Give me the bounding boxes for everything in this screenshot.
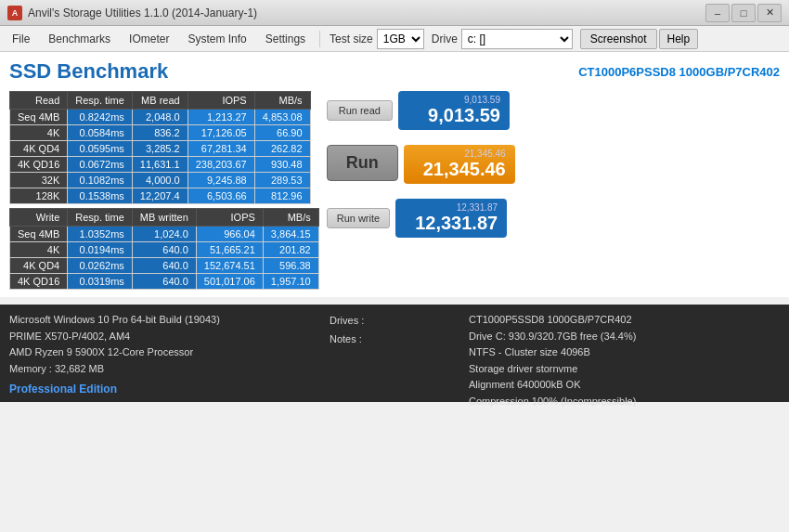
drives-label: Drives : (330, 312, 459, 331)
table-row: 4K QD16 0.0319ms 640.0 501,017.06 1,957.… (10, 274, 319, 290)
benchmark-drive-label: CT1000P6PSSD8 1000GB/P7CR402 (578, 65, 780, 79)
notes-section: Drives : Notes : (330, 312, 459, 395)
table-row: 4K 0.0194ms 640.0 51,665.21 201.82 (10, 242, 319, 258)
col-iops-w: IOPS (196, 209, 263, 227)
row-label: 4K QD16 (10, 157, 68, 173)
run-main-group: Run 21,345.46 21,345.46 (327, 145, 515, 184)
cell-iops: 67,281.34 (188, 141, 254, 157)
drive-compression: Compression 100% (Incompressible) (469, 394, 780, 410)
title-bar: A Anvil's Storage Utilities 1.1.0 (2014-… (0, 0, 789, 26)
menu-file[interactable]: File (4, 29, 38, 49)
cell-mb: 640.0 (132, 258, 196, 274)
cell-iops: 966.04 (196, 227, 263, 242)
cell-iops: 1,213.27 (188, 110, 254, 125)
title-bar-text: Anvil's Storage Utilities 1.1.0 (2014-Ja… (28, 6, 705, 19)
row-label: Seq 4MB (10, 110, 68, 125)
row-label: 4K (10, 242, 68, 258)
row-label: 4K QD4 (10, 258, 68, 274)
notes-label: Notes : (330, 331, 459, 349)
os-info: Microsoft Windows 10 Pro 64-bit Build (1… (9, 312, 320, 329)
table-row: Seq 4MB 0.8242ms 2,048.0 1,213.27 4,853.… (10, 110, 311, 125)
drive-alignment: Alignment 640000kB OK (469, 377, 780, 394)
benchmark-title: SSD Benchmark (9, 59, 168, 84)
motherboard-info: PRIME X570-P/4002, AM4 (9, 329, 320, 345)
drive-info: CT1000P5SSD8 1000GB/P7CR402 Drive C: 930… (469, 312, 780, 395)
run-write-group: Run write 12,331.87 12,331.87 (327, 199, 507, 238)
memory-info: Memory : 32,682 MB (9, 361, 320, 378)
cell-mbs: 66.90 (254, 125, 310, 141)
cell-mbs: 201.82 (263, 242, 318, 258)
col-iops: IOPS (188, 92, 254, 110)
drive-model: CT1000P5SSD8 1000GB/P7CR402 (469, 312, 780, 329)
run-read-group: Run read 9,013.59 9,013.59 (327, 91, 510, 130)
table-row: 128K 0.1538ms 12,207.4 6,503.66 812.96 (10, 188, 311, 204)
run-write-button[interactable]: Run write (327, 208, 390, 228)
read-table: Read Resp. time MB read IOPS MB/s Seq 4M… (9, 91, 311, 204)
col-mb-read: MB read (132, 92, 188, 110)
write-score-display: 12,331.87 12,331.87 (395, 199, 507, 238)
test-size-group: Test size 1GB (330, 29, 424, 49)
run-main-button[interactable]: Run (327, 145, 398, 181)
cell-mbs: 596.38 (263, 258, 318, 274)
tables-and-scores: Read Resp. time MB read IOPS MB/s Seq 4M… (9, 91, 780, 290)
drive-filesystem: NTFS - Cluster size 4096B (469, 344, 780, 361)
cell-iops: 9,245.88 (188, 173, 254, 188)
write-score-big: 12,331.87 (405, 213, 498, 234)
help-button[interactable]: Help (659, 29, 699, 49)
cell-mbs: 262.82 (254, 141, 310, 157)
cell-resp: 0.0319ms (68, 274, 133, 290)
cell-mbs: 4,853.08 (254, 110, 310, 125)
read-score-display: 9,013.59 9,013.59 (398, 91, 510, 130)
read-score-small: 9,013.59 (407, 95, 500, 105)
test-size-label: Test size (330, 32, 373, 45)
table-row: 4K QD4 0.0262ms 640.0 152,674.51 596.38 (10, 258, 319, 274)
cell-mb: 640.0 (132, 274, 196, 290)
row-label: 4K (10, 125, 68, 141)
tables-container: Read Resp. time MB read IOPS MB/s Seq 4M… (9, 91, 319, 290)
row-label: 4K QD4 (10, 141, 68, 157)
window-controls: – □ ✕ (705, 4, 782, 22)
close-button[interactable]: ✕ (757, 4, 782, 22)
row-label: Seq 4MB (10, 227, 68, 242)
app-icon: A (7, 6, 22, 20)
col-mbs-w: MB/s (263, 209, 318, 227)
cell-resp: 0.8242ms (68, 110, 133, 125)
write-score-small: 12,331.87 (405, 202, 498, 213)
score-panel: Run read 9,013.59 9,013.59 Run 21,345.46… (327, 91, 515, 290)
menu-iometer[interactable]: IOmeter (121, 29, 177, 49)
drive-select[interactable]: c: [] (461, 29, 573, 49)
cell-mb: 12,207.4 (132, 188, 188, 204)
cell-mb: 4,000.0 (132, 173, 188, 188)
drive-free-space: Drive C: 930.9/320.7GB free (34.4%) (469, 329, 780, 345)
cell-mbs: 930.48 (254, 157, 310, 173)
maximize-button[interactable]: □ (731, 4, 756, 22)
minimize-button[interactable]: – (705, 4, 730, 22)
cell-resp: 0.0595ms (68, 141, 133, 157)
run-score-big: 21,345.46 (413, 159, 506, 180)
menu-system-info[interactable]: System Info (179, 29, 254, 49)
benchmark-header: SSD Benchmark CT1000P6PSSD8 1000GB/P7CR4… (9, 59, 780, 84)
run-score-small: 21,345.46 (413, 149, 506, 159)
table-row: 4K 0.0584ms 836.2 17,126.05 66.90 (10, 125, 311, 141)
write-table: Write Resp. time MB written IOPS MB/s Se… (9, 208, 319, 290)
screenshot-button[interactable]: Screenshot (580, 29, 657, 49)
cell-resp: 0.0262ms (68, 258, 133, 274)
row-label: 4K QD16 (10, 274, 68, 290)
cell-mbs: 812.96 (254, 188, 310, 204)
drive-storage-driver: Storage driver stornvme (469, 361, 780, 378)
cell-mbs: 3,864.15 (263, 227, 318, 242)
run-read-button[interactable]: Run read (327, 100, 393, 121)
menu-benchmarks[interactable]: Benchmarks (40, 29, 119, 49)
test-size-select[interactable]: 1GB (377, 29, 424, 49)
cell-iops: 501,017.06 (196, 274, 263, 290)
cell-iops: 6,503.66 (188, 188, 254, 204)
cell-iops: 152,674.51 (196, 258, 263, 274)
menu-bar: File Benchmarks IOmeter System Info Sett… (0, 26, 789, 52)
drive-label: Drive (432, 32, 458, 45)
cell-resp: 0.1538ms (68, 188, 133, 204)
cell-mb: 11,631.1 (132, 157, 188, 173)
system-info: Microsoft Windows 10 Pro 64-bit Build (1… (9, 312, 320, 395)
cell-iops: 51,665.21 (196, 242, 263, 258)
menu-settings[interactable]: Settings (257, 29, 314, 49)
row-label: 32K (10, 173, 68, 188)
